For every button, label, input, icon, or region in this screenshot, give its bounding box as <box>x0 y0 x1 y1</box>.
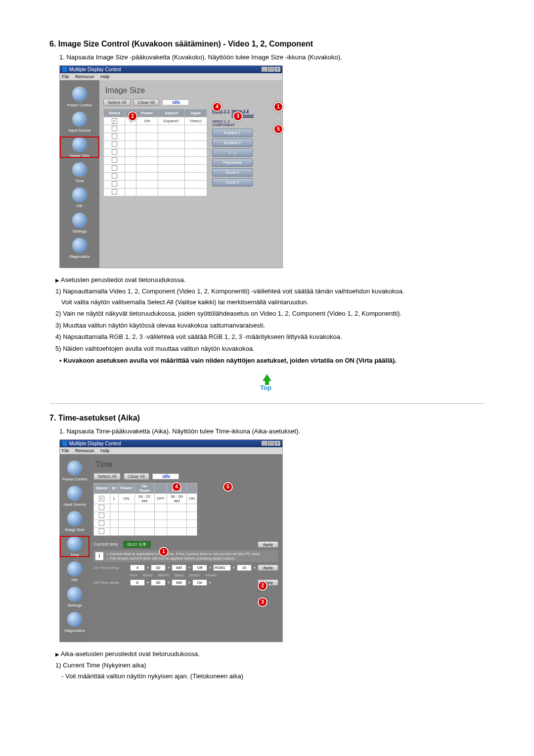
table-row[interactable] <box>104 141 207 148</box>
sidebar-image-size[interactable]: Image Size <box>60 511 89 532</box>
clear-all-button[interactable]: Clear All <box>134 99 159 106</box>
s6-note2: 2) Vain ne näytöt näkyvät tietoruudukoss… <box>55 309 485 319</box>
table-row[interactable] <box>93 527 197 535</box>
minimize-icon[interactable]: _ <box>262 441 267 446</box>
sidebar-image-label: Image Size <box>60 153 99 158</box>
sidebar-power[interactable]: Power Control <box>60 86 99 107</box>
row-checkbox[interactable] <box>99 505 104 510</box>
window-title: Multiple Display Control <box>69 67 121 72</box>
sidebar-time[interactable]: Time <box>60 536 89 557</box>
callout-4: 4 <box>212 102 222 112</box>
on-status-select[interactable] <box>192 565 207 571</box>
top-link[interactable]: Top <box>49 375 485 393</box>
aspect-panorama[interactable]: Panorama <box>212 158 253 167</box>
aspect-expand1[interactable]: Expand 1 <box>212 129 253 137</box>
row-checkbox[interactable] <box>99 520 104 526</box>
aspect-zoom2[interactable]: Zoom 2 <box>212 178 253 187</box>
maximize-icon[interactable]: □ <box>268 441 274 446</box>
table-row[interactable]: 1 ON 04 : 02 AM OFF 06 : 00 AM ON <box>93 493 197 504</box>
apply-on-time-button[interactable]: Apply <box>258 565 278 571</box>
row-checkbox[interactable] <box>112 134 117 139</box>
section-divider <box>49 403 485 404</box>
on-hour-input[interactable] <box>130 565 145 571</box>
table-row[interactable] <box>104 164 207 172</box>
off-status-select[interactable] <box>192 579 207 586</box>
menu-file[interactable]: File <box>62 74 69 79</box>
apply-current-time-button[interactable]: Apply <box>258 541 278 548</box>
menu-file[interactable]: File <box>62 448 69 453</box>
table-row[interactable] <box>104 133 207 141</box>
sidebar-input[interactable]: Input Source <box>60 485 89 507</box>
sidebar-time[interactable]: Time <box>60 162 99 183</box>
col-id: ID <box>110 483 118 493</box>
table-row[interactable] <box>104 188 207 196</box>
sidebar-settings[interactable]: Settings <box>60 586 89 608</box>
aspect-expand2[interactable]: Expand 2 <box>212 139 253 147</box>
lbl-volume: Volume <box>205 573 216 577</box>
cell-off-timer: 06 : 00 AM <box>167 493 186 504</box>
sidebar-input[interactable]: Input Source <box>60 111 99 133</box>
sidebar-pip[interactable]: PIP <box>60 561 89 582</box>
table-row[interactable] <box>104 148 207 156</box>
row-checkbox[interactable] <box>112 157 117 163</box>
on-source-select[interactable] <box>213 565 231 571</box>
row-checkbox[interactable] <box>112 165 117 171</box>
s7-para1: 1. Napsauta Time-pääkuvaketta (Aika). Nä… <box>59 426 485 436</box>
row-checkbox[interactable] <box>112 173 117 179</box>
maximize-icon[interactable]: □ <box>268 67 274 72</box>
clear-all-button[interactable]: Clear All <box>124 473 149 480</box>
row-checkbox[interactable] <box>112 181 117 187</box>
sidebar-diagnostics[interactable]: Diagnostics <box>60 237 99 259</box>
off-hour-input[interactable] <box>130 579 145 586</box>
row-checkbox[interactable] <box>99 513 104 518</box>
image-size-table: Select ID Power Aspect Input 1 ON Expand… <box>103 109 207 196</box>
row-checkbox[interactable] <box>112 142 117 147</box>
menu-help[interactable]: Help <box>100 74 110 79</box>
on-time-setup-label: On Time setup <box>93 566 128 570</box>
sidebar-diagnostics[interactable]: Diagnostics <box>60 612 89 633</box>
row-checkbox[interactable] <box>99 496 104 501</box>
minimize-icon[interactable]: _ <box>262 67 267 72</box>
table-row[interactable] <box>104 125 207 133</box>
sidebar-pip[interactable]: PIP <box>60 187 99 208</box>
select-all-button[interactable]: Select All <box>103 99 131 106</box>
close-icon[interactable]: × <box>274 67 280 72</box>
table-row[interactable]: 1 ON Expand1 Video1 <box>104 117 207 125</box>
on-ampm-select[interactable] <box>172 565 186 571</box>
table-row[interactable] <box>104 172 207 180</box>
col-aspect: Aspect <box>158 109 184 117</box>
s7-arrow-note: Aika-asetusten perustiedot ovat tietoruu… <box>55 649 485 659</box>
table-row[interactable] <box>93 504 197 512</box>
title-bar: 🟦 Multiple Display Control _ □ × <box>60 440 282 447</box>
off-minute-input[interactable] <box>151 579 166 586</box>
menu-help[interactable]: Help <box>100 448 110 453</box>
close-icon[interactable]: × <box>274 441 280 446</box>
table-row[interactable] <box>93 520 197 527</box>
row-checkbox[interactable] <box>112 118 117 124</box>
col-on-status <box>154 483 167 493</box>
menu-remocon[interactable]: Remocon <box>75 448 94 453</box>
sidebar-time-label: Time <box>60 553 89 557</box>
on-minute-input[interactable] <box>151 565 166 571</box>
table-row[interactable] <box>93 512 197 520</box>
callout-4: 4 <box>172 482 181 492</box>
table-row[interactable] <box>104 156 207 164</box>
menu-remocon[interactable]: Remocon <box>75 74 94 79</box>
sidebar-input-label: Input Source <box>60 502 89 507</box>
row-checkbox[interactable] <box>112 149 117 155</box>
row-checkbox[interactable] <box>99 528 104 534</box>
sidebar-power[interactable]: Power Control <box>60 460 89 481</box>
aspect-1-1[interactable]: 1 : 1 <box>212 148 253 157</box>
aspect-zoom1[interactable]: Zoom 1 <box>212 168 253 177</box>
table-row[interactable] <box>104 180 207 188</box>
select-all-button[interactable]: Select All <box>93 473 121 480</box>
callout-5: 5 <box>273 124 283 134</box>
sidebar-image-size[interactable]: Image Size <box>60 137 99 158</box>
off-ampm-select[interactable] <box>172 579 186 586</box>
cell-id: 1 <box>110 493 118 504</box>
on-volume-input[interactable] <box>237 565 252 571</box>
lbl-ampm: AM/PM <box>158 573 169 577</box>
row-checkbox[interactable] <box>112 126 117 131</box>
sidebar-settings[interactable]: Settings <box>60 212 99 234</box>
row-checkbox[interactable] <box>112 189 117 194</box>
